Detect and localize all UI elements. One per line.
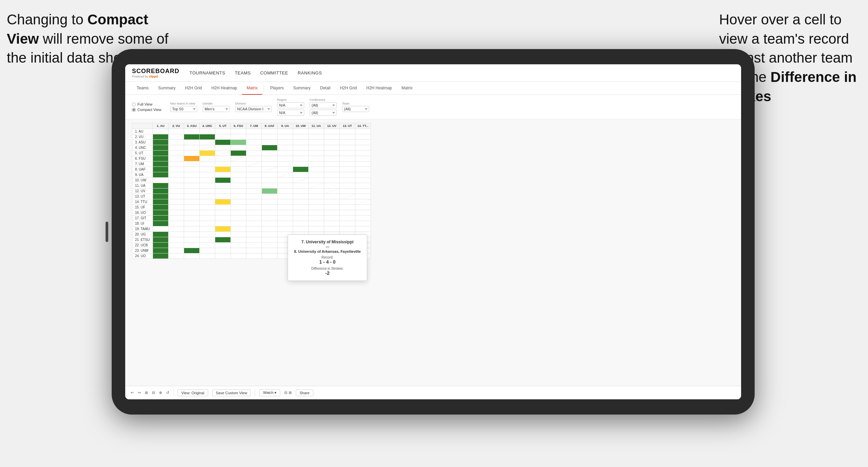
matrix-cell-r20-c7[interactable] — [262, 237, 277, 243]
matrix-cell-r10-c13[interactable] — [355, 183, 371, 188]
matrix-cell-r16-c2[interactable] — [184, 216, 200, 221]
matrix-cell-r17-c10[interactable] — [309, 221, 324, 226]
matrix-cell-r17-c8[interactable] — [277, 221, 293, 226]
matrix-cell-r6-c3[interactable] — [200, 161, 215, 167]
matrix-cell-r7-c9[interactable] — [293, 167, 309, 172]
matrix-cell-r23-c5[interactable] — [231, 253, 246, 259]
tab-h2h-heatmap-left[interactable]: H2H Heatmap — [207, 82, 242, 95]
matrix-cell-r4-c13[interactable] — [355, 151, 371, 156]
matrix-cell-r5-c8[interactable] — [277, 156, 293, 161]
matrix-cell-r14-c12[interactable] — [340, 205, 355, 210]
table-row[interactable]: 13. UT — [132, 194, 371, 199]
matrix-cell-r12-c4[interactable] — [215, 194, 231, 199]
conference-select-1[interactable]: (All) — [310, 102, 337, 108]
matrix-cell-r12-c9[interactable] — [293, 194, 309, 199]
matrix-cell-r21-c4[interactable] — [215, 243, 231, 248]
matrix-cell-r6-c2[interactable] — [184, 161, 200, 167]
matrix-cell-r15-c2[interactable] — [184, 210, 200, 216]
matrix-cell-r16-c12[interactable] — [340, 216, 355, 221]
matrix-cell-r22-c13[interactable] — [355, 248, 371, 253]
matrix-cell-r7-c2[interactable] — [184, 167, 200, 172]
table-row[interactable]: 3. ASU — [132, 140, 371, 145]
matrix-cell-r14-c1[interactable] — [169, 205, 184, 210]
matrix-cell-r16-c1[interactable] — [169, 216, 184, 221]
matrix-cell-r11-c0[interactable] — [153, 188, 169, 194]
share-button[interactable]: Share — [296, 390, 313, 396]
matrix-cell-r8-c13[interactable] — [355, 172, 371, 178]
matrix-area[interactable]: 1. AU 2. VU 3. ASU 4. UNC 5. UT 6. FSU 7… — [125, 119, 741, 386]
matrix-cell-r3-c1[interactable] — [169, 145, 184, 151]
matrix-cell-r15-c3[interactable] — [200, 210, 215, 216]
matrix-cell-r4-c2[interactable] — [184, 151, 200, 156]
division-select[interactable]: NCAA Division I NCAA Division II NCAA Di… — [235, 106, 272, 112]
matrix-cell-r17-c6[interactable] — [246, 221, 262, 226]
matrix-cell-r2-c1[interactable] — [169, 140, 184, 145]
nav-rankings[interactable]: RANKINGS — [297, 69, 322, 77]
matrix-cell-r19-c6[interactable] — [246, 232, 262, 237]
matrix-cell-r21-c8[interactable] — [277, 243, 293, 248]
matrix-cell-r15-c5[interactable] — [231, 210, 246, 216]
matrix-cell-r0-c9[interactable] — [293, 129, 309, 134]
matrix-cell-r14-c5[interactable] — [231, 205, 246, 210]
matrix-cell-r14-c8[interactable] — [277, 205, 293, 210]
matrix-cell-r9-c2[interactable] — [184, 178, 200, 183]
matrix-cell-r6-c13[interactable] — [355, 161, 371, 167]
matrix-cell-r7-c8[interactable] — [277, 167, 293, 172]
matrix-cell-r15-c8[interactable] — [277, 210, 293, 216]
matrix-cell-r1-c12[interactable] — [340, 134, 355, 140]
matrix-cell-r21-c9[interactable] — [293, 243, 309, 248]
matrix-cell-r20-c0[interactable] — [153, 237, 169, 243]
table-row[interactable]: 9. UA — [132, 172, 371, 178]
matrix-cell-r21-c5[interactable] — [231, 243, 246, 248]
matrix-cell-r22-c0[interactable] — [153, 248, 169, 253]
matrix-cell-r20-c4[interactable] — [215, 237, 231, 243]
matrix-cell-r18-c7[interactable] — [262, 226, 277, 232]
matrix-cell-r3-c12[interactable] — [340, 145, 355, 151]
table-row[interactable]: 19. TAMU — [132, 226, 371, 232]
matrix-cell-r2-c3[interactable] — [200, 140, 215, 145]
matrix-cell-r20-c5[interactable] — [231, 237, 246, 243]
matrix-cell-r16-c10[interactable] — [309, 216, 324, 221]
matrix-cell-r19-c11[interactable] — [324, 232, 340, 237]
matrix-cell-r23-c1[interactable] — [169, 253, 184, 259]
matrix-cell-r8-c5[interactable] — [231, 172, 246, 178]
matrix-cell-r18-c11[interactable] — [324, 226, 340, 232]
matrix-cell-r19-c5[interactable] — [231, 232, 246, 237]
matrix-cell-r8-c2[interactable] — [184, 172, 200, 178]
matrix-cell-r1-c2[interactable] — [184, 134, 200, 140]
tab-players[interactable]: Players — [265, 82, 288, 95]
matrix-cell-r12-c8[interactable] — [277, 194, 293, 199]
matrix-cell-r8-c9[interactable] — [293, 172, 309, 178]
matrix-cell-r17-c4[interactable] — [215, 221, 231, 226]
toolbar-icon-1[interactable]: ⊟ — [284, 391, 287, 395]
matrix-cell-r16-c9[interactable] — [293, 216, 309, 221]
matrix-cell-r2-c5[interactable] — [231, 140, 246, 145]
matrix-cell-r14-c3[interactable] — [200, 205, 215, 210]
matrix-cell-r10-c3[interactable] — [200, 183, 215, 188]
matrix-cell-r1-c4[interactable] — [215, 134, 231, 140]
conference-select-2[interactable]: (All) — [310, 110, 337, 116]
matrix-cell-r21-c10[interactable] — [309, 243, 324, 248]
matrix-cell-r22-c8[interactable] — [277, 248, 293, 253]
table-row[interactable]: 15. UF — [132, 205, 371, 210]
matrix-cell-r5-c10[interactable] — [309, 156, 324, 161]
matrix-cell-r21-c1[interactable] — [169, 243, 184, 248]
matrix-cell-r0-c1[interactable] — [169, 129, 184, 134]
matrix-cell-r14-c6[interactable] — [246, 205, 262, 210]
matrix-cell-r18-c13[interactable] — [355, 226, 371, 232]
matrix-cell-r18-c3[interactable] — [200, 226, 215, 232]
matrix-cell-r3-c7[interactable] — [262, 145, 277, 151]
matrix-cell-r20-c11[interactable] — [324, 237, 340, 243]
matrix-cell-r15-c6[interactable] — [246, 210, 262, 216]
matrix-cell-r1-c11[interactable] — [324, 134, 340, 140]
matrix-cell-r16-c13[interactable] — [355, 216, 371, 221]
matrix-cell-r14-c2[interactable] — [184, 205, 200, 210]
matrix-cell-r0-c5[interactable] — [231, 129, 246, 134]
compact-view-radio[interactable] — [132, 108, 136, 112]
matrix-cell-r22-c1[interactable] — [169, 248, 184, 253]
matrix-cell-r5-c13[interactable] — [355, 156, 371, 161]
matrix-cell-r0-c11[interactable] — [324, 129, 340, 134]
matrix-cell-r11-c5[interactable] — [231, 188, 246, 194]
matrix-cell-r8-c0[interactable] — [153, 172, 169, 178]
matrix-cell-r1-c0[interactable] — [153, 134, 169, 140]
